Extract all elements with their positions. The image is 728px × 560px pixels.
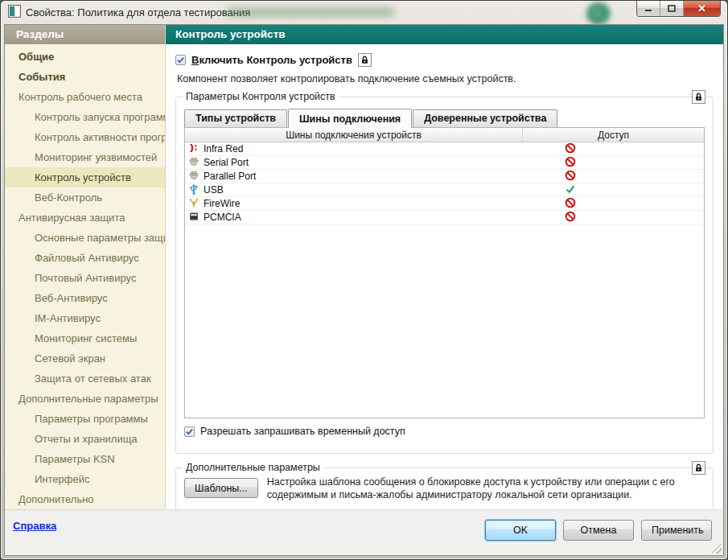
device-row[interactable]: Infra Red	[185, 142, 704, 156]
maximize-icon	[668, 5, 676, 12]
access-cell[interactable]	[523, 211, 704, 224]
device-row[interactable]: FireWire	[185, 197, 704, 211]
device-row[interactable]: USB	[185, 183, 704, 197]
device-control-groupbox: Параметры Контроля устройств Типы устрой…	[175, 97, 714, 454]
window-title: Свойства: Политика для отдела тестирован…	[26, 6, 250, 19]
main-panel: Контроль устройств Включить Контроль уст…	[166, 25, 723, 509]
device-tabs: Типы устройствШины подключенияДоверенные…	[184, 109, 705, 127]
footer: Справка OK Отмена Применить	[5, 509, 723, 555]
access-cell[interactable]	[523, 156, 704, 170]
tab[interactable]: Типы устройств	[184, 109, 287, 127]
ok-button[interactable]: OK	[485, 520, 556, 541]
temp-access-label[interactable]: Разрешать запрашивать временный доступ	[200, 426, 405, 437]
access-blocked-icon	[565, 170, 576, 183]
checkmark-icon	[176, 56, 185, 64]
sidebar-item[interactable]: Мониторинг системы	[5, 328, 165, 348]
sidebar-items: ОбщиеСобытияКонтроль рабочего местаКонтр…	[5, 44, 165, 509]
sidebar-item[interactable]: Дополнительные параметры	[5, 389, 165, 409]
device-name: USB	[204, 184, 224, 196]
device-name-cell: Serial Port	[185, 156, 523, 170]
device-name-cell: PCMCIA	[185, 211, 523, 224]
app-icon	[8, 5, 21, 21]
close-button[interactable]: ✕	[684, 1, 720, 16]
access-blocked-icon	[565, 156, 576, 170]
main-body: Включить Контроль устройств Компонент по…	[166, 44, 723, 513]
sidebar-item[interactable]: Контроль устройств	[5, 167, 165, 187]
cancel-button[interactable]: Отмена	[563, 520, 634, 541]
column-header-access[interactable]: Доступ	[523, 128, 704, 142]
titlebar-glass-smudge	[226, 7, 395, 17]
group1-lock-button[interactable]	[692, 90, 705, 104]
device-bus-table: Шины подключения устройств Доступ Infra …	[184, 127, 705, 418]
sidebar-item[interactable]: Общие	[5, 47, 165, 67]
sidebar-item[interactable]: Веб-Контроль	[5, 187, 165, 208]
lock-icon	[360, 55, 370, 65]
device-name-cell: Infra Red	[185, 142, 523, 156]
help-link[interactable]: Справка	[13, 520, 56, 532]
enable-device-control-checkbox[interactable]	[175, 55, 186, 65]
close-icon: ✕	[697, 3, 706, 14]
sidebar-item[interactable]: Основные параметры защиты	[5, 228, 165, 248]
templates-description: Настройка шаблона сообщения о блокировке…	[267, 476, 705, 502]
sidebar-item[interactable]: Почтовый Антивирус	[5, 268, 165, 288]
sidebar-item[interactable]: Веб-Антивирус	[5, 288, 165, 308]
device-name: PCMCIA	[204, 212, 241, 223]
groupbox-title: Параметры Контроля устройств	[183, 91, 339, 102]
pcmcia-icon	[188, 211, 199, 224]
titlebar[interactable]: Свойства: Политика для отдела тестирован…	[1, 1, 727, 24]
additional-params-groupbox: Дополнительные параметры Шаблоны... Наст…	[175, 467, 714, 513]
access-blocked-icon	[565, 211, 576, 224]
access-cell[interactable]	[523, 197, 704, 211]
enable-device-control-label[interactable]: Включить Контроль устройств	[191, 54, 352, 66]
maximize-button[interactable]	[660, 1, 684, 16]
device-row[interactable]: Serial Port	[185, 156, 704, 170]
minimize-icon	[644, 5, 652, 12]
sidebar-item[interactable]: Мониторинг уязвимостей	[5, 147, 165, 167]
sidebar-item[interactable]: IM-Антивирус	[5, 308, 165, 328]
infrared-icon	[188, 142, 199, 156]
enable-lock-button[interactable]	[358, 53, 372, 67]
properties-window: Свойства: Политика для отдела тестирован…	[0, 0, 728, 560]
access-cell[interactable]	[523, 183, 704, 197]
device-row[interactable]: PCMCIA	[185, 211, 704, 224]
table-header: Шины подключения устройств Доступ	[185, 128, 704, 142]
parallel-port-icon	[188, 170, 199, 183]
column-header-bus[interactable]: Шины подключения устройств	[185, 128, 523, 142]
access-blocked-icon	[565, 197, 576, 211]
sidebar-item[interactable]: Сетевой экран	[5, 348, 165, 369]
serial-port-icon	[188, 156, 199, 170]
access-allowed-icon	[565, 183, 576, 197]
device-name: Parallel Port	[204, 171, 256, 182]
sidebar-item[interactable]: События	[5, 67, 165, 87]
apply-button[interactable]: Применить	[641, 520, 712, 541]
device-name-cell: Parallel Port	[185, 170, 523, 183]
group2-lock-button[interactable]	[692, 461, 705, 475]
titlebar-glass-orb	[586, 2, 611, 25]
lock-icon	[693, 92, 704, 102]
access-cell[interactable]	[523, 142, 704, 156]
sidebar-item[interactable]: Интерфейс	[5, 469, 165, 489]
device-name: Infra Red	[204, 143, 243, 154]
sidebar-item[interactable]: Параметры программы	[5, 409, 165, 429]
sidebar-item[interactable]: Контроль активности программ	[5, 127, 165, 147]
sidebar-item[interactable]: Файловый Антивирус	[5, 248, 165, 268]
sidebar-item[interactable]: Антивирусная защита	[5, 208, 165, 228]
minimize-button[interactable]	[637, 1, 660, 16]
sidebar-item[interactable]: Контроль запуска программ	[5, 107, 165, 127]
temp-access-checkbox[interactable]	[184, 426, 195, 437]
sidebar-item[interactable]: Дополнительно	[5, 489, 165, 509]
device-row[interactable]: Parallel Port	[185, 170, 704, 183]
templates-button[interactable]: Шаблоны...	[184, 478, 258, 498]
sidebar-item[interactable]: Параметры KSN	[5, 449, 165, 469]
sidebar-item[interactable]: Контроль рабочего места	[5, 87, 165, 107]
device-name-cell: USB	[185, 183, 523, 197]
sidebar-item[interactable]: Защита от сетевых атак	[5, 369, 165, 389]
tab[interactable]: Доверенные устройства	[413, 109, 557, 127]
access-cell[interactable]	[523, 170, 704, 183]
checkmark-icon	[185, 427, 194, 436]
tab[interactable]: Шины подключения	[288, 109, 412, 128]
sidebar-item[interactable]: Отчеты и хранилища	[5, 429, 165, 449]
sidebar-header: Разделы	[5, 25, 165, 44]
resize-grip[interactable]	[711, 543, 722, 554]
footer-buttons: OK Отмена Применить	[485, 520, 712, 541]
